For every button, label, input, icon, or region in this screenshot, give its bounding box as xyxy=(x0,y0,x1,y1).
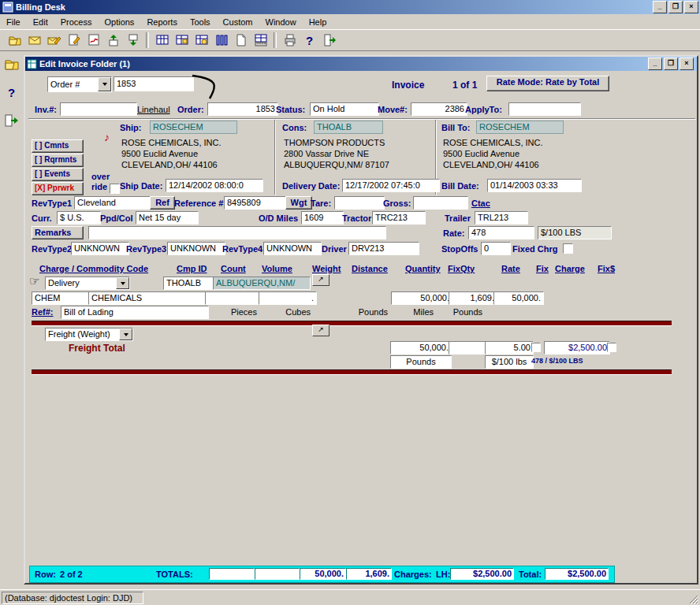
revtype2-field[interactable]: UNKNOWN xyxy=(71,242,129,255)
remarks-button[interactable]: Remarks xyxy=(32,226,84,239)
revtype1-field[interactable]: Cleveland xyxy=(74,196,153,210)
stopoffs-field[interactable]: 0 xyxy=(481,242,511,255)
col-charge[interactable]: Charge xyxy=(555,264,585,273)
chevron-down-icon[interactable] xyxy=(116,277,129,289)
app-minimize-button[interactable]: _ xyxy=(653,1,667,13)
envelope-edit-icon[interactable] xyxy=(44,31,64,50)
menu-options[interactable]: Options xyxy=(98,16,140,28)
app-close-button[interactable]: × xyxy=(684,1,698,13)
col-charge-commodity[interactable]: Charge / Commodity Code xyxy=(39,264,148,273)
col-cmp-id[interactable]: Cmp ID xyxy=(177,264,207,273)
menu-help[interactable]: Help xyxy=(303,16,333,28)
freight-fix-checkbox[interactable] xyxy=(531,343,541,352)
bill-date-field[interactable]: 01/14/2003 03:33 xyxy=(487,179,582,192)
ship-date-field[interactable]: 12/14/2002 08:00:0 xyxy=(166,179,263,192)
cmnts-button[interactable]: [ ] Cmnts xyxy=(32,139,84,153)
table-sum-icon[interactable] xyxy=(172,31,192,50)
exit-icon[interactable] xyxy=(319,31,339,50)
freight-unit-weight-field[interactable]: Pounds xyxy=(390,355,452,369)
download-icon[interactable] xyxy=(123,31,143,50)
count-field[interactable]: . xyxy=(205,291,263,305)
charge-type-combo[interactable]: Delivery xyxy=(45,277,130,290)
columns-icon[interactable] xyxy=(211,31,231,50)
menu-custom[interactable]: Custom xyxy=(217,16,259,28)
col-rate[interactable]: Rate xyxy=(501,264,520,273)
freight-charge-field[interactable]: $2,500.00 xyxy=(544,341,610,354)
revtype4-field[interactable]: UNKNOWN xyxy=(263,242,322,255)
freight-rate-field[interactable]: 5.00 xyxy=(485,341,534,354)
ref-number-field[interactable]: Bill of Lading xyxy=(61,306,209,319)
signature-icon[interactable] xyxy=(84,31,103,50)
col-fix-dollar[interactable]: Fix$ xyxy=(598,264,615,273)
col-weight[interactable]: Weight xyxy=(312,264,341,273)
override-checkbox[interactable] xyxy=(110,184,120,194)
child-close-button[interactable]: × xyxy=(680,58,694,70)
cons-code-field[interactable]: THOALB xyxy=(314,121,383,134)
col-fix[interactable]: Fix xyxy=(536,264,549,273)
order-number-input[interactable]: 1853 xyxy=(114,76,194,91)
table-money-icon[interactable] xyxy=(192,31,211,50)
ship-code-field[interactable]: ROSECHEM xyxy=(150,121,237,134)
tractor-field[interactable]: TRC213 xyxy=(372,211,426,225)
linehaul-label[interactable]: Linehaul xyxy=(137,105,170,114)
chevron-down-icon[interactable] xyxy=(98,77,111,91)
commodity-desc-field[interactable]: CHEMICALS xyxy=(88,291,210,305)
note-edit-icon[interactable] xyxy=(64,31,84,50)
billto-code-field[interactable]: ROSECHEM xyxy=(476,121,564,134)
freight-unit-rate-field[interactable]: $/100 lbs xyxy=(485,355,534,369)
cmp-id-field[interactable]: THOALB xyxy=(163,277,217,290)
ref-number-label[interactable]: Ref#: xyxy=(32,307,54,317)
ppdcol-field[interactable]: Net 15 day xyxy=(136,211,199,225)
order-number-combo[interactable]: Order # xyxy=(47,76,112,92)
freight-fix-dollar-checkbox[interactable] xyxy=(607,343,616,352)
folder-open-icon[interactable] xyxy=(2,54,21,73)
menu-process[interactable]: Process xyxy=(54,16,99,28)
menu-tools[interactable]: Tools xyxy=(184,16,217,28)
col-quantity[interactable]: Quantity xyxy=(405,264,441,273)
table-icon[interactable] xyxy=(152,31,172,50)
remarks-input[interactable] xyxy=(88,226,386,239)
menu-edit[interactable]: Edit xyxy=(27,16,54,28)
location-field[interactable]: ALBUQUERQU,NM/ xyxy=(213,277,311,290)
col-fixqty[interactable]: FixQty xyxy=(448,264,475,273)
expand-freight-icon[interactable]: ↗ xyxy=(312,325,330,336)
order-value-field[interactable]: 1853 xyxy=(207,102,278,116)
menu-file[interactable]: File xyxy=(0,16,27,28)
applyto-input[interactable] xyxy=(508,102,581,116)
app-titlebar[interactable]: Billing Desk _ ❐ × xyxy=(0,0,700,14)
od-miles-field[interactable]: 1609 xyxy=(301,211,344,225)
upload-icon[interactable] xyxy=(103,31,123,50)
open-folder-icon[interactable] xyxy=(5,31,24,50)
ctac-link[interactable]: Ctac xyxy=(471,199,490,208)
app-maximize-button[interactable]: ❐ xyxy=(668,1,683,13)
revtype3-field[interactable]: UNKNOWN xyxy=(167,242,225,255)
inv-number-input[interactable] xyxy=(60,102,137,116)
col-volume[interactable]: Volume xyxy=(262,264,292,273)
col-distance[interactable]: Distance xyxy=(352,264,388,273)
fixed-chrg-checkbox[interactable] xyxy=(563,243,573,254)
quantity-field[interactable]: 50,000. xyxy=(493,291,544,305)
gross-input[interactable] xyxy=(413,196,468,210)
driver-field[interactable]: DRV213 xyxy=(348,242,419,255)
tare-input[interactable] xyxy=(334,196,385,210)
rqrmnts-button[interactable]: [ ] Rqrmnts xyxy=(32,154,84,167)
events-button[interactable]: [ ] Events xyxy=(32,168,84,181)
rate-field[interactable]: 478 xyxy=(468,226,534,239)
table-ruler-icon[interactable] xyxy=(251,31,270,50)
freight-weight-field[interactable]: 50,000. xyxy=(390,341,452,354)
help-question-icon[interactable]: ? xyxy=(2,83,21,102)
menu-window[interactable]: Window xyxy=(259,16,303,28)
expand-row-icon[interactable]: ↗ xyxy=(312,274,330,286)
ref-button[interactable]: Ref xyxy=(150,196,175,210)
trailer-field[interactable]: TRL213 xyxy=(475,211,528,225)
child-minimize-button[interactable]: _ xyxy=(648,58,662,70)
child-maximize-button[interactable]: ❐ xyxy=(664,58,678,70)
child-titlebar[interactable]: Edit Invoice Folder (1) _ ❐ × xyxy=(25,57,697,71)
rate-mode-button[interactable]: Rate Mode: Rate by Total xyxy=(486,76,609,91)
blank-page-icon[interactable] xyxy=(231,31,251,50)
volume-field[interactable]: . xyxy=(259,291,317,305)
rate-unit-field[interactable]: $/100 LBS xyxy=(538,226,612,239)
help-icon[interactable]: ? xyxy=(300,31,319,50)
move-number-field[interactable]: 2386 xyxy=(411,102,467,116)
reference-input[interactable] xyxy=(224,196,289,210)
